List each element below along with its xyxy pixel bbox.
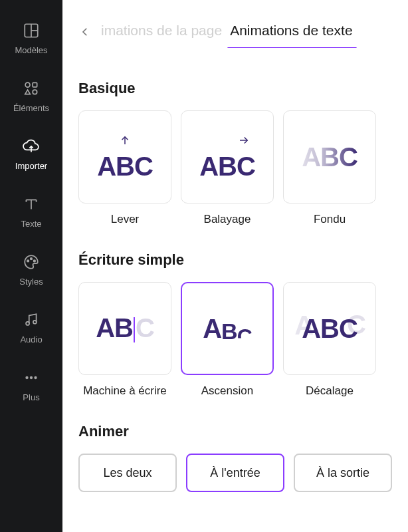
sidebar-item-audio[interactable]: Audio [0,299,62,356]
sidebar-item-styles[interactable]: Styles [0,241,62,299]
styles-icon [22,253,41,271]
card-preview: ABC [181,110,274,203]
sidebar-item-label: Importer [15,161,47,171]
back-button[interactable] [74,21,96,43]
arrow-up-icon [119,134,131,149]
svg-point-14 [26,322,29,325]
card-preview: ABC [78,282,171,375]
card-preview: ABC [181,282,274,375]
card-label: Ascension [201,384,253,398]
animate-both-button[interactable]: Les deux [78,454,177,492]
card-label: Lever [111,213,140,226]
preview-text: ABC [302,144,357,170]
svg-point-3 [25,82,30,87]
card-label: Décalage [306,384,354,398]
card-row-basic: ABC Lever ABC Balayage ABC Fondu [78,110,392,226]
card-ascension[interactable]: ABC Ascension [181,282,274,398]
upload-icon [22,137,41,156]
section-title-animate: Animer [78,423,392,440]
tab-page-animations[interactable]: imations de la page [101,16,226,48]
tabs-row: imations de la page Animations de texte [62,0,408,48]
card-decalage[interactable]: ACABC Décalage [283,282,376,398]
sidebar-item-label: Modèles [15,45,47,55]
section-title-simple-writing: Écriture simple [78,251,392,269]
sidebar-item-label: Plus [23,392,39,402]
templates-icon [22,21,41,40]
card-label: Fondu [314,213,346,226]
svg-point-13 [34,260,36,262]
sidebar-item-more[interactable]: Plus [0,356,62,414]
more-icon [22,368,41,387]
animate-exit-button[interactable]: À la sortie [294,454,392,492]
svg-point-15 [33,321,37,324]
card-fondu[interactable]: ABC Fondu [283,110,376,226]
card-row-simple-writing: ABC Machine à écrire ABC Ascension ACABC… [78,282,392,398]
preview-text: ABC [97,153,153,180]
svg-point-12 [31,258,33,260]
card-label: Balayage [204,213,251,226]
sidebar-item-elements[interactable]: Éléments [0,67,62,125]
svg-point-16 [25,376,28,379]
sidebar-item-label: Audio [20,334,42,344]
sidebar-item-label: Texte [21,219,41,229]
svg-marker-5 [25,90,31,94]
animate-options-row: Les deux À l'entrée À la sortie [78,454,392,492]
section-title-basic: Basique [78,80,392,97]
preview-text: ABC [203,315,252,342]
animate-enter-button[interactable]: À l'entrée [186,454,284,492]
tabs: imations de la page Animations de texte [101,16,396,48]
svg-rect-4 [33,82,37,86]
card-typewriter[interactable]: ABC Machine à écrire [78,282,171,398]
sidebar: Modèles Éléments Importer Texte Styles A… [0,0,62,532]
card-balayage[interactable]: ABC Balayage [181,110,274,226]
card-preview: ABC [78,110,171,203]
tab-text-animations[interactable]: Animations de texte [226,16,356,48]
typewriter-cursor [134,317,135,342]
arrow-right-icon [238,134,250,149]
svg-point-18 [34,376,37,379]
sidebar-item-label: Éléments [13,103,49,113]
card-preview: ACABC [283,282,376,375]
preview-text: ACABC [302,315,357,342]
text-icon [22,195,41,213]
audio-icon [22,311,41,329]
sidebar-item-text[interactable]: Texte [0,183,62,241]
svg-point-11 [27,260,29,262]
sidebar-item-upload[interactable]: Importer [0,125,62,183]
card-lever[interactable]: ABC Lever [78,110,171,226]
preview-text: ABC [199,153,255,180]
preview-text: ABC [96,315,154,342]
card-preview: ABC [283,110,376,203]
main-panel: imations de la page Animations de texte … [62,0,408,532]
elements-icon [22,79,41,98]
content: Basique ABC Lever ABC Balayage [62,48,408,532]
sidebar-item-label: Styles [19,277,43,287]
sidebar-item-templates[interactable]: Modèles [0,9,62,67]
card-label: Machine à écrire [83,384,167,398]
svg-point-17 [30,376,33,379]
